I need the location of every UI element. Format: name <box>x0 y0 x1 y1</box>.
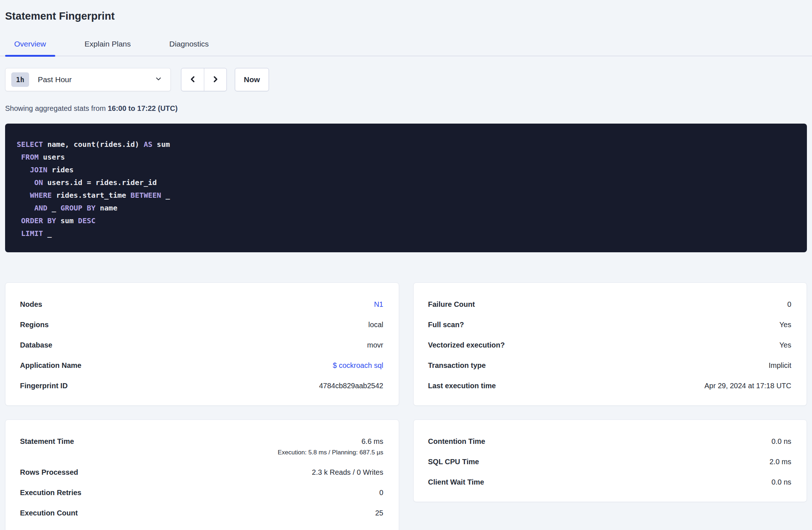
stat-row: Failure Count0 <box>428 300 792 309</box>
stat-label: Fingerprint ID <box>20 382 68 390</box>
stat-label: Full scan? <box>428 321 464 329</box>
stat-value-wrap: 4784cb829aab2542 <box>319 382 383 390</box>
stat-value: Yes <box>779 321 791 329</box>
stat-value: 2.3 k Reads / 0 Writes <box>312 468 383 476</box>
stat-row: Execution Retries0 <box>20 489 383 497</box>
now-button[interactable]: Now <box>235 68 269 91</box>
sql-line: JOIN rides <box>17 164 796 176</box>
sql-keyword: GROUP BY <box>60 204 95 212</box>
sql-text <box>17 178 34 187</box>
stat-value: 0.0 ns <box>772 437 791 445</box>
stat-value-wrap: Yes <box>779 341 791 349</box>
stat-row: Full scan?Yes <box>428 321 792 329</box>
sql-text: users <box>39 153 65 161</box>
sql-line: LIMIT _ <box>17 227 796 240</box>
tab-overview[interactable]: Overview <box>5 35 55 56</box>
sql-line: ORDER BY sum DESC <box>17 214 796 227</box>
stat-value-wrap: 2.0 ms <box>769 458 791 466</box>
stat-row: Last execution timeApr 29, 2024 at 17:18… <box>428 382 792 390</box>
sql-line: AND _ GROUP BY name <box>17 202 796 214</box>
stat-value-wrap: local <box>368 321 383 329</box>
stat-label: Execution Retries <box>20 489 81 497</box>
sql-line: FROM users <box>17 151 796 164</box>
stat-label: Client Wait Time <box>428 478 484 486</box>
stat-label: SQL CPU Time <box>428 458 479 466</box>
stat-value-wrap: 0.0 ns <box>772 478 791 486</box>
stat-label: Nodes <box>20 300 42 309</box>
stat-value-link[interactable]: N1 <box>374 300 383 308</box>
sql-text: _ <box>47 204 60 212</box>
sql-text <box>17 191 30 200</box>
stat-value: Apr 29, 2024 at 17:18 UTC <box>704 382 791 390</box>
sql-text: _ <box>43 229 52 238</box>
stat-label: Transaction type <box>428 361 486 370</box>
time-interval-badge: 1h <box>11 72 29 87</box>
stat-value: 25 <box>375 509 383 517</box>
stat-value-wrap: Implicit <box>769 361 791 370</box>
sql-text: rides <box>47 165 73 174</box>
stat-value: 0 <box>379 489 383 497</box>
tab-diagnostics[interactable]: Diagnostics <box>160 35 218 56</box>
stat-row: Statement Time6.6 msExecution: 5.8 ms / … <box>20 437 383 456</box>
aggregated-stats-range: 16:00 to 17:22 (UTC) <box>108 104 177 112</box>
sql-text <box>17 165 30 174</box>
stat-value: Yes <box>779 341 791 349</box>
time-interval-dropdown[interactable]: 1h Past Hour <box>5 68 171 91</box>
sql-text: _ <box>161 191 170 200</box>
stat-value: movr <box>367 341 383 349</box>
sql-keyword: LIMIT <box>21 229 43 238</box>
sql-text: sum <box>152 140 170 149</box>
sql-text: sum <box>56 216 78 225</box>
sql-text: name <box>96 204 117 212</box>
sql-text: name, count(rides.id) <box>43 140 144 149</box>
sql-keyword: AND <box>34 204 47 212</box>
sql-statement-box: SELECT name, count(rides.id) AS sum FROM… <box>5 124 807 252</box>
stat-value: 0 <box>787 300 791 308</box>
stat-row: Databasemovr <box>20 341 383 349</box>
stat-row: Fingerprint ID4784cb829aab2542 <box>20 382 383 390</box>
time-toolbar: 1h Past Hour Now <box>5 68 807 91</box>
stat-value-link[interactable]: $ cockroach sql <box>333 361 383 369</box>
sql-keyword: DESC <box>78 216 96 225</box>
tab-explain-plans[interactable]: Explain Plans <box>76 35 140 56</box>
stat-label: Database <box>20 341 52 349</box>
sql-keyword: SELECT <box>17 140 43 149</box>
sql-keyword: AS <box>144 140 152 149</box>
stat-value-wrap: N1 <box>374 300 383 309</box>
sql-keyword: BETWEEN <box>130 191 161 200</box>
chevron-left-icon <box>188 75 197 85</box>
tab-bar: OverviewExplain PlansDiagnostics <box>0 35 812 56</box>
stat-row: Transaction typeImplicit <box>428 361 792 370</box>
stat-value: 6.6 ms <box>361 437 383 445</box>
stat-row: NodesN1 <box>20 300 383 309</box>
stat-label: Vectorized execution? <box>428 341 505 349</box>
stat-label: Statement Time <box>20 437 74 446</box>
chevron-down-icon <box>154 75 162 84</box>
stat-value: 0.0 ns <box>772 478 791 486</box>
summary-cards-grid: NodesN1RegionslocalDatabasemovrApplicati… <box>5 282 807 530</box>
sql-text <box>17 153 21 161</box>
sql-keyword: FROM <box>21 153 39 161</box>
sql-keyword: WHERE <box>30 191 52 200</box>
sql-line: ON users.id = rides.rider_id <box>17 176 796 189</box>
execution-attributes-card: Failure Count0Full scan?YesVectorized ex… <box>413 282 807 406</box>
stat-value-wrap: Apr 29, 2024 at 17:18 UTC <box>704 382 791 390</box>
stat-row: Regionslocal <box>20 321 383 329</box>
stat-label: Regions <box>20 321 49 329</box>
overview-details-card: NodesN1RegionslocalDatabasemovrApplicati… <box>5 282 399 406</box>
stat-value-wrap: movr <box>367 341 383 349</box>
stat-label: Application Name <box>20 361 81 370</box>
timing-stats-card: Contention Time0.0 nsSQL CPU Time2.0 msC… <box>413 419 807 502</box>
stat-row: Contention Time0.0 ns <box>428 437 792 446</box>
stat-value-wrap: 6.6 msExecution: 5.8 ms / Planning: 687.… <box>278 437 383 456</box>
statement-stats-card: Statement Time6.6 msExecution: 5.8 ms / … <box>5 419 399 530</box>
aggregated-stats-prefix: Showing aggregated stats from <box>5 104 108 112</box>
stat-label: Contention Time <box>428 437 485 446</box>
page-title: Statement Fingerprint <box>5 10 807 22</box>
prev-interval-button[interactable] <box>181 68 204 91</box>
stat-row: Execution Count25 <box>20 509 383 517</box>
sql-text: users.id = rides.rider_id <box>43 178 157 187</box>
sql-keyword: ORDER BY <box>21 216 56 225</box>
next-interval-button[interactable] <box>204 68 226 91</box>
aggregated-stats-line: Showing aggregated stats from 16:00 to 1… <box>5 104 807 113</box>
